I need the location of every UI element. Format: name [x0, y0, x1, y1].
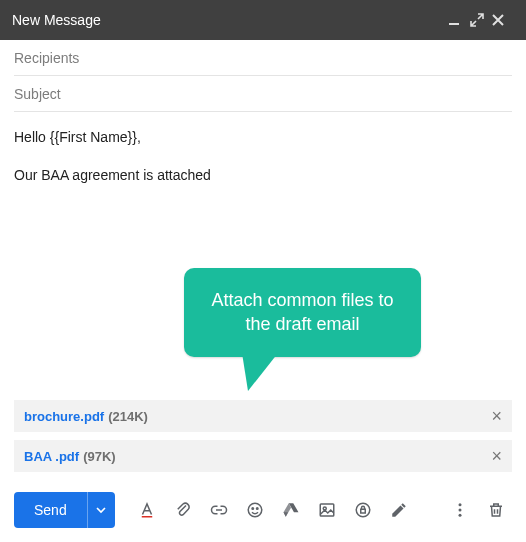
compose-toolbar: Send [0, 480, 526, 542]
remove-attachment-icon[interactable]: × [491, 447, 502, 465]
attachment-row[interactable]: brochure.pdf (214K) × [14, 400, 512, 432]
attachment-size: (214K) [108, 409, 148, 424]
subject-field[interactable]: Subject [14, 76, 512, 112]
close-button[interactable] [492, 14, 514, 26]
svg-point-9 [459, 503, 462, 506]
expand-button[interactable] [470, 13, 492, 27]
body-line: Our BAA agreement is attached [14, 166, 512, 186]
svg-point-11 [459, 514, 462, 517]
attachment-row[interactable]: BAA .pdf (97K) × [14, 440, 512, 472]
attach-file-icon[interactable] [167, 494, 199, 526]
attachments-list: brochure.pdf (214K) × BAA .pdf (97K) × [0, 400, 526, 480]
send-options-button[interactable] [87, 492, 115, 528]
compose-window: New Message Recipients Subject Hello {{F… [0, 0, 526, 542]
insert-link-icon[interactable] [203, 494, 235, 526]
remove-attachment-icon[interactable]: × [491, 407, 502, 425]
svg-point-2 [248, 503, 262, 517]
svg-point-4 [256, 508, 258, 510]
svg-rect-8 [360, 509, 365, 513]
callout-text: Attach common files to the draft email [211, 290, 393, 334]
insert-signature-icon[interactable] [383, 494, 415, 526]
confidential-mode-icon[interactable] [347, 494, 379, 526]
body-line: Hello {{First Name}}, [14, 128, 512, 148]
formatting-icon[interactable] [131, 494, 163, 526]
more-options-icon[interactable] [444, 494, 476, 526]
minimize-button[interactable] [448, 14, 470, 26]
send-button[interactable]: Send [14, 492, 87, 528]
window-title: New Message [12, 12, 448, 28]
insert-emoji-icon[interactable] [239, 494, 271, 526]
recipients-field[interactable]: Recipients [14, 40, 512, 76]
send-group: Send [14, 492, 115, 528]
svg-rect-0 [449, 23, 459, 25]
attachment-name: BAA .pdf [24, 449, 79, 464]
header-fields: Recipients Subject [0, 40, 526, 112]
attachment-name: brochure.pdf [24, 409, 104, 424]
tooltip-callout: Attach common files to the draft email [184, 268, 421, 357]
svg-point-3 [252, 508, 254, 510]
discard-draft-icon[interactable] [480, 494, 512, 526]
drive-icon[interactable] [275, 494, 307, 526]
insert-photo-icon[interactable] [311, 494, 343, 526]
svg-point-10 [459, 509, 462, 512]
titlebar: New Message [0, 0, 526, 40]
attachment-size: (97K) [83, 449, 116, 464]
